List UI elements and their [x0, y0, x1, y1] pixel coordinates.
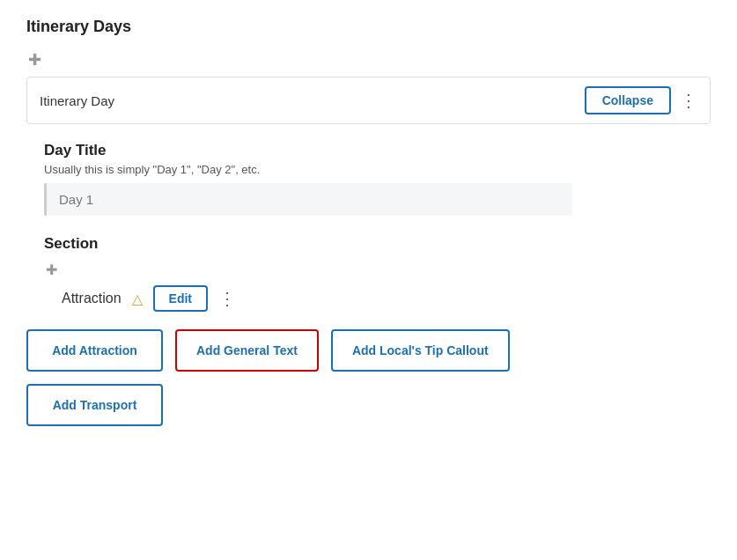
edit-attraction-button[interactable]: Edit	[153, 285, 208, 312]
section-drag-handle[interactable]: ✚	[46, 262, 57, 278]
warning-icon: △	[132, 291, 143, 307]
day-title-input[interactable]	[44, 183, 572, 216]
itinerary-day-label: Itinerary Day	[40, 93, 114, 108]
attraction-more-options-icon[interactable]: ⋮	[218, 290, 236, 307]
add-buttons-row-1: Add Attraction Add General Text Add Loca…	[26, 329, 711, 372]
itinerary-day-actions: Collapse ⋮	[585, 86, 697, 114]
page-title: Itinerary Days	[26, 18, 711, 36]
add-buttons-row-2: Add Transport	[26, 384, 711, 426]
collapse-button[interactable]: Collapse	[585, 86, 671, 114]
add-general-text-button[interactable]: Add General Text	[175, 329, 319, 372]
day-title-hint: Usually this is simply "Day 1", "Day 2",…	[44, 163, 711, 176]
add-transport-button[interactable]: Add Transport	[26, 384, 163, 426]
drag-handle-top[interactable]: ✚	[28, 50, 41, 70]
more-options-icon[interactable]: ⋮	[680, 92, 697, 109]
section-content: Day Title Usually this is simply "Day 1"…	[26, 142, 711, 312]
add-locals-tip-button[interactable]: Add Local's Tip Callout	[331, 329, 510, 372]
day-title-label: Day Title	[44, 142, 711, 159]
attraction-label: Attraction	[62, 291, 122, 306]
add-attraction-button[interactable]: Add Attraction	[26, 329, 163, 372]
itinerary-day-row: Itinerary Day Collapse ⋮	[26, 77, 711, 124]
section-label: Section	[44, 235, 711, 253]
attraction-row: Attraction △ Edit ⋮	[62, 285, 711, 312]
